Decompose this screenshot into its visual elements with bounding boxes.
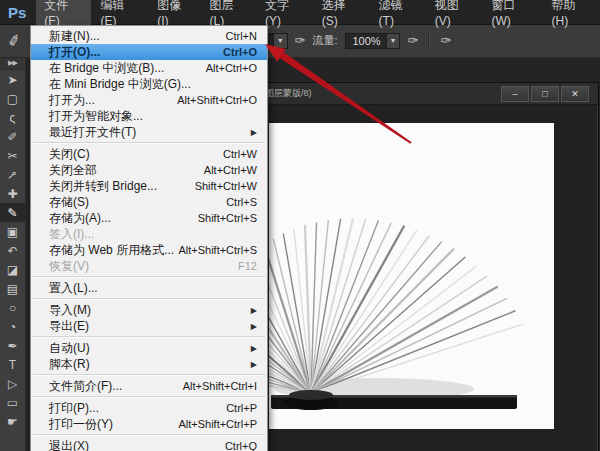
path-selection-tool[interactable]: ▷ [0, 374, 25, 393]
minimize-button[interactable]: – [501, 86, 529, 102]
menu-item-check-in[interactable]: 签入(I)... [31, 226, 267, 242]
menu-item-file-info[interactable]: 文件简介(F)...Alt+Shift+Ctrl+I [31, 378, 267, 394]
submenu-arrow-icon: ▶ [251, 306, 257, 315]
eraser-tool-icon: ◪ [7, 264, 18, 276]
menu-separator [33, 434, 265, 436]
pen-tool[interactable]: ✒ [0, 336, 25, 355]
history-brush-tool[interactable]: ↶ [0, 241, 25, 260]
type-tool-icon: T [9, 359, 16, 371]
menu-item-label: 在 Mini Bridge 中浏览(G)... [49, 76, 191, 93]
menu-item-import[interactable]: 导入(M)▶ [31, 302, 267, 318]
menu-separator [33, 336, 265, 338]
close-button[interactable]: ✕ [561, 86, 589, 102]
menu-item-shortcut: Ctrl+N [226, 30, 257, 42]
menu-item-browse-in-mini-bridge[interactable]: 在 Mini Bridge 中浏览(G)... [31, 76, 267, 92]
menu-item-label: 文件简介(F)... [49, 378, 122, 395]
flow-dropdown-icon[interactable]: ▼ [387, 33, 401, 49]
menu-item-save-for-web[interactable]: 存储为 Web 所用格式...Alt+Shift+Ctrl+S [31, 242, 267, 258]
menubar-item-help[interactable]: 帮助(H) [544, 0, 599, 31]
type-tool[interactable]: T [0, 355, 25, 374]
tools-panel: ▶▶ ➤▢ς✐✂⊸✚✎▣↶◪▤○◔✒T▷▭☛ [0, 57, 26, 451]
marquee-tool[interactable]: ▢ [0, 89, 25, 108]
collapse-panel-button[interactable]: ▶▶ [0, 57, 25, 70]
menu-item-place[interactable]: 置入(L)... [31, 280, 267, 296]
menu-item-print[interactable]: 打印(P)...Ctrl+P [31, 400, 267, 416]
menu-item-shortcut: Shift+Ctrl+W [195, 180, 257, 192]
file-menu-popup: 新建(N)...Ctrl+N打开(O)...Ctrl+O在 Bridge 中浏览… [30, 25, 268, 451]
menu-item-export[interactable]: 导出(E)▶ [31, 318, 267, 334]
move-tool[interactable]: ➤ [0, 70, 25, 89]
opacity-dropdown-icon[interactable]: ▼ [274, 33, 288, 49]
menu-item-label: 导入(M) [49, 302, 91, 319]
eraser-tool[interactable]: ◪ [0, 260, 25, 279]
menubar-item-view[interactable]: 视图(V) [427, 0, 482, 31]
menu-item-open-recent[interactable]: 最近打开文件(T)▶ [31, 124, 267, 140]
menu-item-label: 关闭全部 [49, 162, 97, 179]
flow-field[interactable]: 100% ▼ [345, 33, 401, 49]
flow-value[interactable]: 100% [345, 33, 387, 49]
options-separator [428, 31, 430, 51]
menu-item-label: 新建(N)... [49, 28, 100, 45]
blur-tool[interactable]: ○ [0, 298, 25, 317]
gradient-tool[interactable]: ▤ [0, 279, 25, 298]
menu-item-label: 签入(I)... [49, 226, 94, 243]
tool-list: ➤▢ς✐✂⊸✚✎▣↶◪▤○◔✒T▷▭☛ [0, 70, 25, 431]
tablet-pressure-opacity-icon[interactable]: ✑ [295, 33, 306, 48]
menu-item-scripts[interactable]: 脚本(R)▶ [31, 356, 267, 372]
book-image [269, 123, 554, 429]
shape-tool[interactable]: ▭ [0, 393, 25, 412]
dodge-tool-icon: ◔ [9, 321, 16, 333]
menu-item-shortcut: Ctrl+S [226, 196, 257, 208]
menu-item-save-as[interactable]: 存储为(A)...Shift+Ctrl+S [31, 210, 267, 226]
menu-item-shortcut: Alt+Ctrl+W [204, 164, 257, 176]
airbrush-icon[interactable]: ✑ [407, 33, 418, 48]
menu-item-revert[interactable]: 恢复(V)F12 [31, 258, 267, 274]
quick-selection-tool[interactable]: ✐ [0, 127, 25, 146]
menu-separator [33, 396, 265, 398]
menu-item-label: 脚本(R) [49, 356, 90, 373]
menu-item-label: 存储为(A)... [49, 210, 111, 227]
menubar-item-window[interactable]: 窗口(W) [484, 0, 542, 31]
menu-item-shortcut: Ctrl+O [223, 46, 257, 58]
clone-stamp-tool-icon: ▣ [7, 226, 18, 238]
document-title-bar[interactable]: 图层蒙版/8) –□✕ [260, 83, 598, 105]
menu-item-label: 导出(E) [49, 318, 89, 335]
crop-tool[interactable]: ✂ [0, 146, 25, 165]
menu-item-open[interactable]: 打开(O)...Ctrl+O [31, 44, 267, 60]
brush-tool[interactable]: ✎ [0, 203, 25, 222]
menu-item-open-as[interactable]: 打开为...Alt+Shift+Ctrl+O [31, 92, 267, 108]
healing-brush-tool[interactable]: ✚ [0, 184, 25, 203]
menu-item-label: 自动(U) [49, 340, 90, 357]
menu-item-close-all[interactable]: 关闭全部Alt+Ctrl+W [31, 162, 267, 178]
eyedropper-tool[interactable]: ⊸ [0, 165, 25, 184]
canvas[interactable] [269, 123, 554, 429]
menu-item-automate[interactable]: 自动(U)▶ [31, 340, 267, 356]
menu-item-save[interactable]: 存储(S)Ctrl+S [31, 194, 267, 210]
menubar-item-filter[interactable]: 滤镜(T) [371, 0, 425, 31]
menu-item-shortcut: Alt+Ctrl+O [206, 62, 257, 74]
shape-tool-icon: ▭ [7, 397, 18, 409]
maximize-button[interactable]: □ [531, 86, 559, 102]
menu-item-print-one-copy[interactable]: 打印一份(Y)Alt+Shift+Ctrl+P [31, 416, 267, 432]
submenu-arrow-icon: ▶ [251, 322, 257, 331]
crop-tool-icon: ✂ [7, 150, 17, 162]
menu-item-shortcut: Alt+Shift+Ctrl+I [183, 380, 257, 392]
tablet-pressure-size-icon[interactable]: ✑ [440, 33, 451, 48]
brush-preset-icon[interactable]: ✐ [6, 30, 23, 51]
clone-stamp-tool[interactable]: ▣ [0, 222, 25, 241]
menu-item-close[interactable]: 关闭(C)Ctrl+W [31, 146, 267, 162]
menubar-item-select[interactable]: 选择(S) [314, 0, 369, 31]
menu-item-new[interactable]: 新建(N)...Ctrl+N [31, 28, 267, 44]
menu-item-label: 在 Bridge 中浏览(B)... [49, 60, 164, 77]
menu-separator [33, 276, 265, 278]
menu-item-label: 关闭并转到 Bridge... [49, 178, 157, 195]
window-controls: –□✕ [501, 86, 589, 102]
dodge-tool[interactable]: ◔ [0, 317, 25, 336]
lasso-tool[interactable]: ς [0, 108, 25, 127]
menu-item-browse-in-bridge[interactable]: 在 Bridge 中浏览(B)...Alt+Ctrl+O [31, 60, 267, 76]
blur-tool-icon: ○ [9, 302, 16, 314]
menu-item-exit[interactable]: 退出(X)Ctrl+Q [31, 438, 267, 451]
hand-tool[interactable]: ☛ [0, 412, 25, 431]
menu-item-close-and-go-to-bridge[interactable]: 关闭并转到 Bridge...Shift+Ctrl+W [31, 178, 267, 194]
menu-item-open-as-smart-object[interactable]: 打开为智能对象... [31, 108, 267, 124]
